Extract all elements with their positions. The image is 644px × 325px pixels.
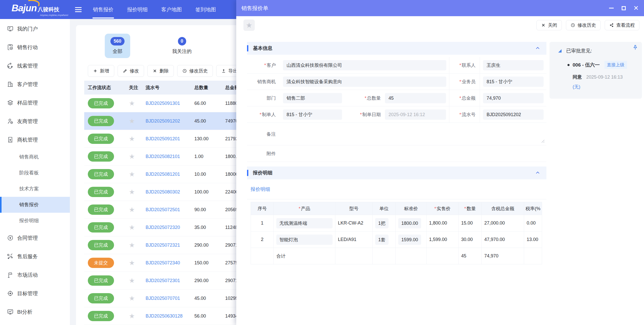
detail-cell-input[interactable]: 1把	[375, 218, 389, 228]
status-badge: 已完成	[88, 240, 114, 250]
detail-cell-input[interactable]: 智能灯泡	[276, 235, 333, 245]
status-badge: 已完成	[88, 151, 114, 162]
salesman-field[interactable]: 815 - 甘小宁	[483, 77, 544, 87]
sidebar-item-9[interactable]: 技术方案	[0, 181, 70, 197]
star-icon[interactable]: ★	[129, 206, 135, 213]
sidebar-item-10[interactable]: 销售报价	[0, 197, 70, 213]
export-icon	[221, 69, 226, 73]
sidebar-item-2[interactable]: 线索管理	[0, 57, 70, 75]
sidebar-item-14[interactable]: 市场活动	[0, 266, 70, 284]
star-icon[interactable]: ★	[129, 294, 135, 302]
dept-field[interactable]: 销售二部	[283, 93, 342, 103]
resize-handle-icon[interactable]	[540, 138, 544, 143]
detail-col-2: 型号	[335, 202, 373, 215]
customer-field[interactable]: 山西清众科技股份有限公司	[283, 60, 446, 70]
detail-cell-input[interactable]: 无线测温终端	[276, 218, 333, 228]
toolbar-button-0[interactable]: 新增	[88, 65, 114, 77]
star-icon[interactable]: ★	[129, 135, 135, 143]
star-icon[interactable]: ★	[129, 241, 135, 249]
detail-cell-input[interactable]: 1800.00	[398, 218, 421, 228]
sidebar-item-12[interactable]: 合同管理	[0, 229, 70, 247]
menu-icon[interactable]	[75, 7, 82, 12]
sidebar-item-16[interactable]: BI分析	[0, 303, 70, 321]
favorite-button[interactable]: ★	[243, 20, 255, 31]
sidebar-item-1[interactable]: 销售行动	[0, 38, 70, 57]
flow-no-link[interactable]: BJD20250630128	[146, 313, 183, 319]
maker-field[interactable]: 815 - 甘小宁	[283, 109, 342, 120]
flow-no-field[interactable]: BJD2025091202	[483, 109, 544, 120]
sidebar-item-8[interactable]: 阶段看板	[0, 165, 70, 181]
sidebar-item-5[interactable]: 友商管理	[0, 112, 70, 131]
form-row-opportunity: 销售商机 清众科技智能设备采购意向 *业务员 815 - 甘小宁	[247, 73, 546, 90]
star-icon[interactable]: ★	[129, 117, 135, 125]
maximize-icon[interactable]	[621, 5, 627, 11]
flow-no-link[interactable]: BJD2025070701	[146, 296, 180, 301]
section-basic-info[interactable]: 基本信息	[247, 42, 546, 55]
sidebar-item-3[interactable]: 客户管理	[0, 75, 70, 94]
contact-field[interactable]: 王庆生	[483, 60, 544, 70]
nav-tab-0[interactable]: 销售报价	[92, 0, 114, 19]
nav-tab-3[interactable]: 签到地图	[195, 0, 216, 19]
sidebar-item-4[interactable]: 样品管理	[0, 94, 70, 112]
detail-row: 1无线测温终端LKR-CW-A21把1800.001,800.0015.0027…	[251, 215, 542, 231]
flow-no-link[interactable]: BJD2025082101	[146, 154, 180, 159]
flow-no-link[interactable]: BJD2025072320	[146, 225, 180, 230]
star-icon[interactable]: ★	[129, 99, 135, 107]
flow-no-link[interactable]: BJD2025080302	[146, 189, 180, 194]
opportunity-field[interactable]: 清众科技智能设备采购意向	[283, 77, 446, 87]
detail-cell-input[interactable]: 1套	[375, 235, 389, 245]
quotation-form: 基本信息 *客户 山西清众科技股份有限公司 *联系人 王庆生 销售商机 清众科技…	[247, 42, 546, 264]
star-icon[interactable]: ★	[129, 170, 135, 178]
sidebar-item-11[interactable]: 报价明细	[0, 213, 70, 229]
chevron-up-icon[interactable]	[535, 170, 540, 175]
status-badge: 已完成	[88, 275, 114, 286]
quote-detail-link[interactable]: 报价明细	[251, 186, 270, 193]
flow-no-link[interactable]: BJD2025091301	[146, 101, 180, 106]
approval-comment[interactable]: (无)	[573, 84, 580, 89]
filter-followed-count: 0	[178, 37, 186, 45]
star-icon[interactable]: ★	[129, 188, 135, 196]
toolbar-button-2[interactable]: 删除	[147, 65, 174, 77]
star-icon[interactable]: ★	[129, 224, 135, 231]
flow-no-link[interactable]: BJD2025091201	[146, 136, 180, 141]
star-icon[interactable]: ★	[129, 153, 135, 160]
close-icon[interactable]: ✕	[633, 5, 639, 11]
star-icon[interactable]: ★	[129, 312, 135, 320]
nav-tab-1[interactable]: 报价明细	[127, 0, 148, 19]
star-icon[interactable]: ★	[129, 259, 135, 267]
toolbar-button-1[interactable]: 修改	[118, 65, 144, 77]
sidebar-item-7[interactable]: 销售商机	[0, 149, 70, 165]
filter-followed[interactable]: 0 我关注的	[169, 34, 195, 58]
flow-no-link[interactable]: BJD2025072340	[146, 260, 180, 265]
star-icon[interactable]: ★	[129, 277, 135, 284]
sidebar-item-15[interactable]: 目标管理	[0, 284, 70, 303]
minimize-icon[interactable]	[609, 5, 614, 11]
approver-role-tag: 直接上级	[604, 61, 627, 69]
toolbar-button-3[interactable]: 修改历史	[177, 65, 213, 77]
close-drawer-button[interactable]: 关闭	[536, 20, 562, 30]
flow-no-link[interactable]: BJD2025081201	[146, 172, 180, 177]
total-amount-field[interactable]: 74,970	[483, 93, 544, 103]
form-row-customer: *客户 山西清众科技股份有限公司 *联系人 王庆生	[247, 57, 546, 73]
total-qty-field[interactable]: 45	[385, 93, 446, 103]
history-button[interactable]: 修改历史	[566, 20, 601, 30]
sidebar-item-13[interactable]: 售后服务	[0, 247, 70, 266]
sidebar-item-0[interactable]: 我的门户	[0, 20, 70, 38]
flow-no-link[interactable]: BJD2025091202	[146, 118, 180, 124]
chevron-up-icon[interactable]	[535, 46, 540, 51]
view-flow-button[interactable]: 查看流程	[605, 20, 639, 30]
section-quote-detail[interactable]: 报价明细	[247, 166, 546, 179]
make-date-field[interactable]: 2025-09-12 16:12	[385, 109, 446, 120]
filter-all[interactable]: 560 全部	[105, 34, 130, 58]
detail-cell-input[interactable]: 1599.00	[398, 235, 421, 245]
flow-no-link[interactable]: BJD2025072301	[146, 278, 180, 283]
status-badge: 已完成	[88, 205, 114, 215]
share-icon	[609, 23, 614, 27]
approval-title-row[interactable]: 已审批意见:	[558, 48, 637, 54]
nav-tab-2[interactable]: 客户地图	[161, 0, 182, 19]
sidebar-item-6[interactable]: 商机管理	[0, 131, 70, 149]
pin-icon[interactable]	[632, 44, 638, 51]
status-badge: 已完成	[88, 293, 114, 303]
flow-no-link[interactable]: BJD2025072321	[146, 243, 180, 248]
flow-no-link[interactable]: BJD2025072501	[146, 207, 180, 212]
